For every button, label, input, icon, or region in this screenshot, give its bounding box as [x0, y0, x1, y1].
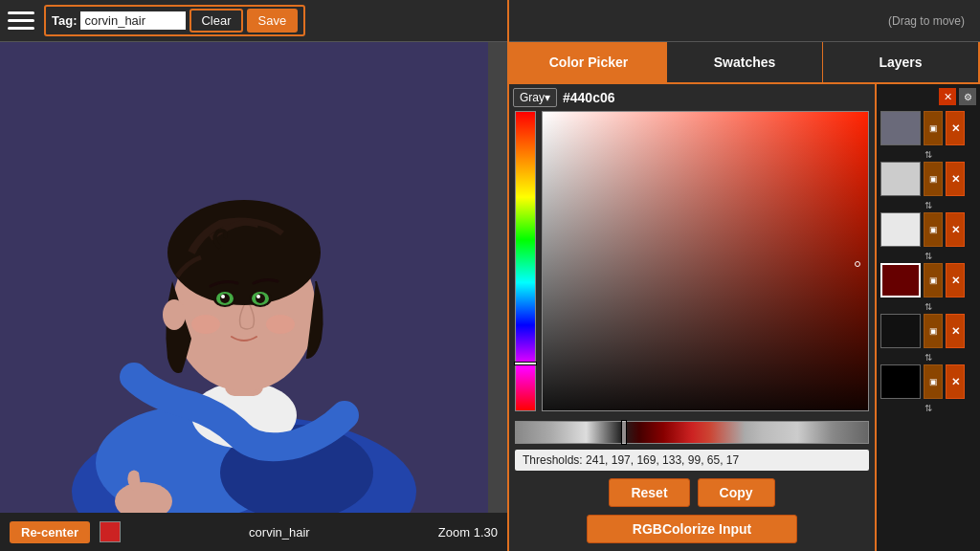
- gray-dropdown[interactable]: Gray▾: [513, 88, 557, 107]
- swatch-row-2: ▣ ✕: [880, 162, 976, 196]
- swatch-copy-1[interactable]: ▣: [924, 111, 943, 145]
- drag-label: (Drag to move): [880, 14, 972, 28]
- swatch-copy-2[interactable]: ▣: [924, 162, 943, 196]
- swatch-color-2[interactable]: [880, 162, 921, 196]
- swatch-arrow-1: ⇅: [880, 149, 976, 160]
- strip-marker: [621, 420, 627, 445]
- swatch-copy-3[interactable]: ▣: [924, 212, 943, 247]
- recenter-button[interactable]: Re-center: [10, 521, 90, 543]
- swatch-color-1[interactable]: [880, 111, 921, 145]
- picker-left: Gray▾ #440c06 Thresholds: 241, 197, 169: [509, 84, 875, 551]
- svg-point-18: [266, 315, 295, 334]
- hamburger-menu[interactable]: [8, 8, 34, 34]
- svg-point-17: [191, 315, 220, 334]
- svg-point-14: [256, 294, 265, 303]
- rgb-colorize-button[interactable]: RGBColorize Input: [587, 515, 797, 543]
- svg-point-15: [256, 295, 260, 298]
- swatch-row-5: ▣ ✕: [880, 314, 976, 348]
- hue-indicator: [514, 362, 537, 365]
- tab-layers[interactable]: Layers: [823, 42, 978, 82]
- color-strip-row: [509, 415, 875, 450]
- svg-point-7: [167, 200, 321, 305]
- tag-label: Tag:: [52, 13, 77, 28]
- svg-point-11: [221, 295, 225, 298]
- swatch-color-6[interactable]: [880, 364, 921, 399]
- swatch-copy-5[interactable]: ▣: [924, 314, 943, 348]
- swatch-arrow-6: ⇅: [880, 403, 976, 413]
- gray-controls: Gray▾ #440c06: [509, 84, 875, 107]
- canvas-area: Re-center corvin_hair Zoom 1.30: [0, 42, 507, 551]
- swatch-row-6: ▣ ✕: [880, 364, 976, 399]
- svg-point-16: [163, 299, 186, 330]
- swatch-arrow-2: ⇅: [880, 200, 976, 210]
- panel-top-buttons: (Drag to move): [509, 0, 980, 42]
- swatch-row-1: ▣ ✕: [880, 111, 976, 145]
- swatch-arrow-3: ⇅: [880, 251, 976, 261]
- saturation-box[interactable]: [542, 111, 869, 411]
- sat-dark: [543, 112, 868, 410]
- swatch-color-3[interactable]: [880, 212, 921, 247]
- tab-color-picker[interactable]: Color Picker: [511, 42, 667, 82]
- hex-display: #440c06: [563, 90, 615, 105]
- swatch-remove-3[interactable]: ✕: [946, 212, 965, 247]
- save-button[interactable]: Save: [247, 9, 299, 33]
- settings-button[interactable]: ⚙: [959, 88, 976, 105]
- swatch-remove-2[interactable]: ✕: [946, 162, 965, 196]
- color-strip[interactable]: [515, 421, 869, 444]
- color-preview: [100, 521, 121, 542]
- tag-box: Tag: Clear Save: [44, 5, 305, 36]
- tag-input[interactable]: [80, 11, 186, 30]
- tabs-row: Color Picker Swatches Layers: [509, 42, 980, 84]
- tab-swatches[interactable]: Swatches: [667, 42, 823, 82]
- swatch-row-4: ▣ ✕: [880, 263, 976, 298]
- swatch-arrow-5: ⇅: [880, 352, 976, 363]
- swatches-panel: ✕ ⚙ ▣ ✕ ⇅ ▣ ✕ ⇅ ▣ ✕ ⇅ ▣ ✕ ⇅: [875, 84, 980, 551]
- picker-area: [509, 107, 875, 415]
- thresholds-row: Thresholds: 241, 197, 169, 133, 99, 65, …: [515, 450, 869, 471]
- swatch-color-5[interactable]: [880, 314, 921, 348]
- swatch-copy-4[interactable]: ▣: [924, 263, 943, 298]
- zoom-label: Zoom 1.30: [438, 525, 498, 540]
- canvas-tag-label: corvin_hair: [130, 525, 429, 540]
- canvas-bottom: Re-center corvin_hair Zoom 1.30: [0, 513, 507, 551]
- swatch-color-4[interactable]: [880, 263, 921, 298]
- thresholds-text: Thresholds: 241, 197, 169, 133, 99, 65, …: [523, 453, 739, 467]
- svg-point-10: [220, 294, 230, 303]
- action-buttons: Reset Copy: [509, 471, 875, 515]
- swatch-row-3: ▣ ✕: [880, 212, 976, 247]
- reset-button[interactable]: Reset: [609, 478, 689, 507]
- right-panel: (Drag to move) Color Picker Swatches Lay…: [507, 0, 980, 551]
- hue-strip[interactable]: [515, 111, 536, 411]
- swatch-remove-4[interactable]: ✕: [946, 263, 965, 298]
- swatch-copy-6[interactable]: ▣: [924, 364, 943, 399]
- swatch-remove-5[interactable]: ✕: [946, 314, 965, 348]
- swatch-remove-1[interactable]: ✕: [946, 111, 965, 145]
- clear-button[interactable]: Clear: [189, 9, 242, 33]
- close-button[interactable]: ✕: [939, 88, 956, 105]
- swatch-remove-6[interactable]: ✕: [946, 364, 965, 399]
- copy-button[interactable]: Copy: [698, 478, 775, 507]
- swatch-arrow-4: ⇅: [880, 301, 976, 312]
